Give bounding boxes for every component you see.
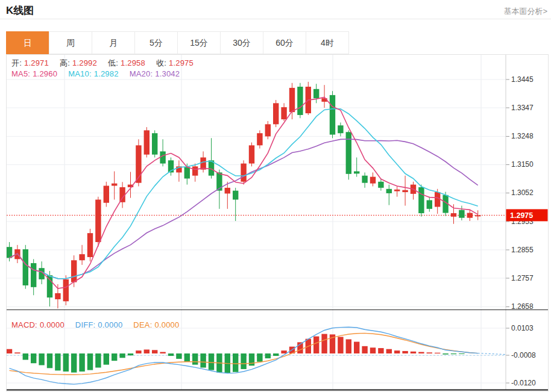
chart-canvas[interactable]: 1.34451.33471.32481.31501.30521.29531.28… <box>7 55 548 391</box>
tab-interval-6[interactable]: 60分 <box>263 31 306 54</box>
svg-text:1.2855: 1.2855 <box>511 246 534 254</box>
svg-text:-0.0008: -0.0008 <box>511 351 536 359</box>
svg-text:1.3445: 1.3445 <box>511 75 534 84</box>
svg-text:1.3248: 1.3248 <box>511 132 534 140</box>
candlestick-chart[interactable]: 1.34451.33471.32481.31501.30521.29531.28… <box>6 54 549 391</box>
kline-page: { "header": { "title": "K线图", "link": "基… <box>0 0 551 392</box>
fundamental-analysis-link[interactable]: 基本面分析> <box>503 6 547 17</box>
tab-interval-2[interactable]: 月 <box>92 31 135 54</box>
tab-interval-7[interactable]: 4时 <box>306 31 349 54</box>
svg-text:-0.0120: -0.0120 <box>511 379 536 387</box>
tab-interval-1[interactable]: 周 <box>49 31 92 54</box>
svg-text:0.0103: 0.0103 <box>511 324 534 332</box>
tab-interval-4[interactable]: 15分 <box>177 31 221 54</box>
tab-interval-3[interactable]: 5分 <box>134 31 178 54</box>
svg-text:1.3052: 1.3052 <box>511 188 534 197</box>
tab-interval-5[interactable]: 30分 <box>220 31 263 54</box>
svg-text:1.2757: 1.2757 <box>511 274 534 282</box>
interval-tab-bar: 日周月5分15分30分60分4时 <box>6 31 349 54</box>
tab-interval-0[interactable]: 日 <box>6 31 49 54</box>
svg-text:1.3347: 1.3347 <box>511 104 534 112</box>
header-divider <box>0 19 551 19</box>
page-title: K线图 <box>6 4 34 17</box>
svg-text:1.3150: 1.3150 <box>511 160 534 169</box>
current-price-badge: 1.2975 <box>510 211 533 220</box>
